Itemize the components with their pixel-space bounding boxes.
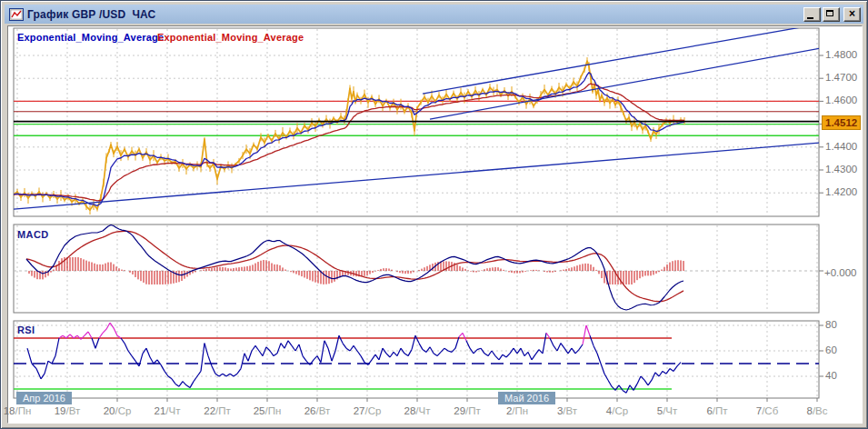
- price-axis-tick: 1.4600: [825, 95, 857, 105]
- ema-slow-legend: Exponential_Moving_Average: [157, 32, 304, 43]
- chart-window: График GBP /USD ЧАС × Exponential_Moving…: [0, 0, 868, 429]
- date-axis-tick: 7/Сб: [742, 405, 793, 416]
- price-axis-tick: 1.4400: [825, 141, 857, 152]
- price-axis-tick: 1.4300: [825, 164, 857, 175]
- date-axis-tick: 29/Пт: [442, 405, 493, 416]
- ema-fast-legend: Exponential_Moving_Average: [17, 32, 164, 43]
- price-axis-tick: 1.4800: [825, 49, 857, 60]
- month-badge-april: Апр 2016: [16, 392, 72, 404]
- date-axis-tick: 2/Пн: [492, 405, 543, 416]
- date-axis-tick: 20/Ср: [92, 405, 143, 416]
- price-axis-tick: 1.4700: [825, 72, 857, 83]
- date-axis-tick: 18/Пн: [0, 405, 43, 416]
- date-axis-tick: 25/Пн: [242, 405, 293, 416]
- date-axis-tick: 22/Пт: [192, 405, 243, 416]
- rsi-panel-label: RSI: [17, 324, 35, 335]
- date-axis-tick: 27/Ср: [342, 405, 393, 416]
- date-axis-tick: 3/Вт: [542, 405, 593, 416]
- date-axis-tick: 26/Вт: [292, 405, 343, 416]
- current-price-badge: 1.4512: [822, 115, 861, 130]
- date-axis-tick: 6/Пт: [692, 405, 743, 416]
- date-axis-tick: 28/Чт: [392, 405, 443, 416]
- date-axis-tick: 4/Ср: [592, 405, 643, 416]
- date-axis-tick: 21/Чт: [142, 405, 193, 416]
- rsi-axis-tick: 60: [825, 344, 837, 355]
- macd-panel-label: MACD: [17, 229, 49, 240]
- rsi-axis-tick: 40: [825, 370, 837, 381]
- chart-canvas[interactable]: [1, 1, 868, 429]
- macd-zero-axis-label: +0.000: [824, 267, 857, 278]
- date-axis-tick: 19/Вт: [42, 405, 93, 416]
- price-axis-tick: 1.4200: [825, 186, 857, 197]
- date-axis-tick: 8/Вс: [792, 405, 843, 416]
- month-badge-may: Май 2016: [498, 392, 555, 404]
- date-axis-tick: 5/Чт: [642, 405, 693, 416]
- rsi-axis-tick: 80: [825, 319, 837, 330]
